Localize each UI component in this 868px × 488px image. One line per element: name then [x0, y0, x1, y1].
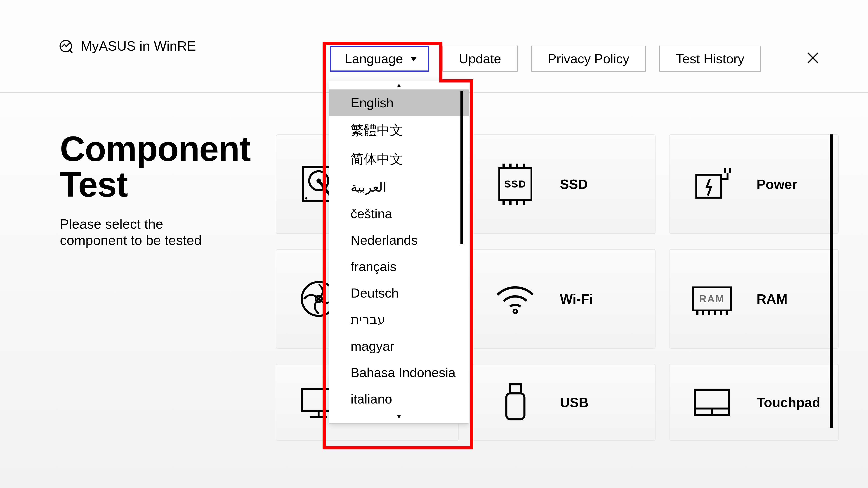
language-option[interactable]: 简体中文: [329, 145, 469, 174]
app-title: MyASUS in WinRE: [81, 38, 196, 54]
component-label: RAM: [756, 291, 787, 307]
language-option[interactable]: italiano: [329, 386, 469, 412]
ssd-icon: SSD: [495, 165, 535, 203]
svg-line-1: [69, 50, 72, 53]
language-option-list: English 繁體中文 简体中文 العربية čeština Nederl…: [329, 90, 469, 412]
language-option[interactable]: Bahasa Indonesia: [329, 359, 469, 386]
component-label: SSD: [560, 176, 588, 192]
dropdown-scrollbar[interactable]: [460, 91, 463, 244]
language-dropdown-menu: ▲ English 繁體中文 简体中文 العربية čeština Nede…: [329, 80, 469, 424]
component-card-power[interactable]: Power: [669, 134, 839, 234]
language-option[interactable]: 繁體中文: [329, 116, 469, 145]
svg-point-10: [513, 310, 517, 313]
component-label: USB: [560, 395, 589, 410]
component-label: Power: [756, 176, 797, 192]
app-logo-icon: [59, 39, 73, 53]
close-icon: [807, 50, 819, 68]
svg-point-5: [305, 197, 307, 199]
header-actions: Language Update Privacy Policy Test Hist…: [330, 46, 822, 72]
language-option[interactable]: Deutsch: [329, 280, 469, 306]
close-button[interactable]: [804, 50, 822, 68]
language-option[interactable]: magyar: [329, 333, 469, 359]
content-scrollbar[interactable]: [830, 134, 833, 428]
ram-chip-text: RAM: [692, 287, 732, 311]
usb-icon: [495, 383, 535, 422]
ram-icon: RAM: [692, 280, 732, 318]
page-subtitle: Please select the component to be tested: [60, 216, 232, 249]
power-icon: [692, 165, 732, 203]
privacy-policy-button[interactable]: Privacy Policy: [531, 46, 646, 72]
language-option[interactable]: English: [329, 90, 469, 116]
component-label: Wi-Fi: [560, 291, 593, 307]
ssd-chip-text: SSD: [498, 167, 532, 201]
svg-rect-14: [510, 384, 521, 393]
language-option[interactable]: العربية: [329, 174, 469, 200]
language-option[interactable]: עברית: [329, 306, 469, 333]
language-option[interactable]: čeština: [329, 200, 469, 227]
component-card-touchpad[interactable]: Touchpad: [669, 364, 839, 441]
brand: MyASUS in WinRE: [59, 38, 196, 54]
chevron-down-icon: [411, 57, 416, 61]
component-card-wifi[interactable]: Wi-Fi: [472, 249, 655, 349]
header: MyASUS in WinRE Language Update Privacy …: [0, 0, 868, 93]
component-card-usb[interactable]: USB: [472, 364, 655, 441]
dropdown-scroll-down[interactable]: ▼: [329, 412, 469, 421]
wifi-icon: [495, 280, 535, 318]
language-option[interactable]: Nederlands: [329, 227, 469, 253]
component-label: Touchpad: [756, 395, 820, 410]
component-card-ssd[interactable]: SSD SSD: [472, 134, 655, 234]
update-button[interactable]: Update: [442, 46, 518, 72]
language-dropdown-button[interactable]: Language: [330, 46, 429, 72]
component-card-ram[interactable]: RAM RAM: [669, 249, 839, 349]
svg-rect-15: [506, 393, 524, 419]
language-option[interactable]: français: [329, 253, 469, 280]
test-history-button[interactable]: Test History: [659, 46, 761, 72]
touchpad-icon: [692, 383, 732, 422]
dropdown-scroll-up[interactable]: ▲: [329, 80, 469, 90]
language-dropdown-label: Language: [345, 51, 403, 66]
